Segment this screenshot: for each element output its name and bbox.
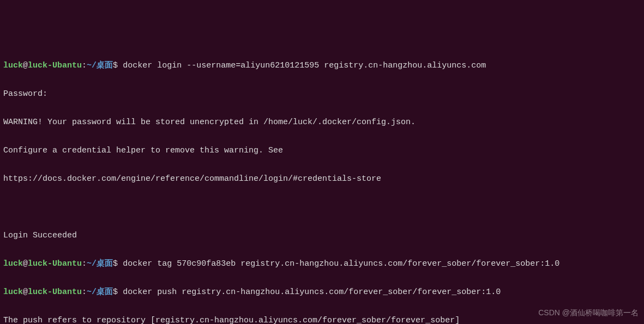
terminal-line: Password: xyxy=(3,87,641,101)
watermark: CSDN @酒仙桥喝咖啡第一名 xyxy=(538,305,639,320)
terminal-line: Configure a credential helper to remove … xyxy=(3,144,641,158)
login-succeeded: Login Succeeded xyxy=(3,231,77,240)
terminal-line: Login Succeeded xyxy=(3,229,641,243)
prompt-user: luck xyxy=(3,288,23,297)
terminal-line: luck@luck-Ubantu:~/桌面$ docker tag 570c90… xyxy=(3,257,641,271)
command-login: docker login --username=aliyun6210121595… xyxy=(123,61,486,70)
prompt-user: luck xyxy=(3,259,23,268)
prompt-dollar: $ xyxy=(113,288,118,297)
prompt-host: luck-Ubantu xyxy=(28,61,82,70)
prompt-path: ~/桌面 xyxy=(87,61,113,70)
prompt-path: ~/桌面 xyxy=(87,288,113,297)
terminal-line: https://docs.docker.com/engine/reference… xyxy=(3,172,641,186)
blank-line xyxy=(3,203,8,212)
command-push: docker push registry.cn-hangzhou.aliyunc… xyxy=(123,288,501,297)
prompt-host: luck-Ubantu xyxy=(28,288,82,297)
warning-line: Configure a credential helper to remove … xyxy=(3,146,283,155)
push-ref: The push refers to repository [registry.… xyxy=(3,316,460,324)
terminal-line: luck@luck-Ubantu:~/桌面$ docker login --us… xyxy=(3,59,641,73)
terminal-line xyxy=(3,200,641,215)
terminal-line: luck@luck-Ubantu:~/桌面$ docker push regis… xyxy=(3,285,641,299)
terminal-line: WARNING! Your password will be stored un… xyxy=(3,115,641,130)
warning-line: https://docs.docker.com/engine/reference… xyxy=(3,174,381,184)
prompt-path: ~/桌面 xyxy=(87,259,113,268)
warning-line: WARNING! Your password will be stored un… xyxy=(3,118,416,127)
command-tag: docker tag 570c90fa83eb registry.cn-hang… xyxy=(123,259,559,268)
prompt-host: luck-Ubantu xyxy=(28,259,82,268)
prompt-user: luck xyxy=(3,61,23,70)
password-prompt: Password: xyxy=(3,89,47,99)
prompt-dollar: $ xyxy=(113,259,118,268)
prompt-dollar: $ xyxy=(113,61,118,70)
